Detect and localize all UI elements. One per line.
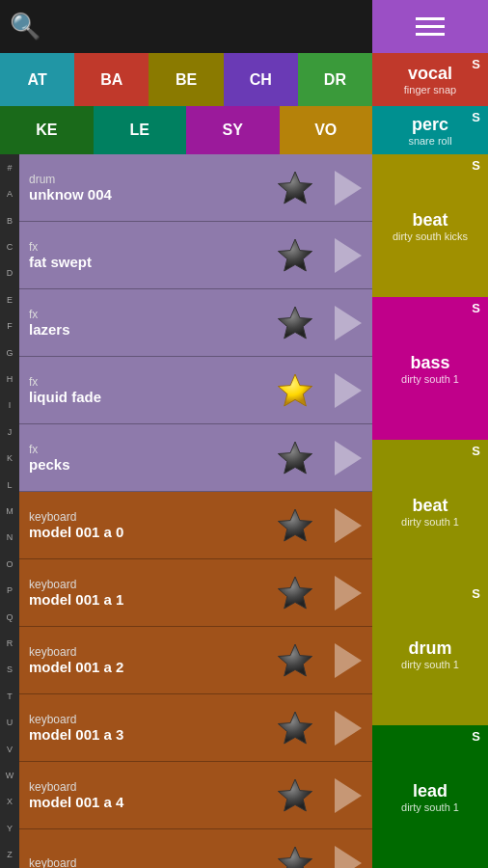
tab-ba[interactable]: BA xyxy=(74,53,149,106)
alpha-A[interactable]: A xyxy=(0,180,19,206)
alpha-N[interactable]: N xyxy=(0,525,19,551)
tab-vo[interactable]: VO xyxy=(280,106,373,154)
list-item[interactable]: fxlazers xyxy=(19,289,372,357)
star-button[interactable] xyxy=(266,236,324,275)
right-panel-item-2[interactable]: S beat dirty south kicks xyxy=(372,154,488,297)
alpha-G[interactable]: G xyxy=(0,339,19,366)
play-button[interactable] xyxy=(324,441,372,475)
alpha-C[interactable]: C xyxy=(0,233,19,259)
alpha-U[interactable]: U xyxy=(0,710,19,736)
star-button[interactable] xyxy=(266,506,324,545)
alpha-P[interactable]: P xyxy=(0,578,19,604)
star-button[interactable] xyxy=(266,574,324,612)
play-button[interactable] xyxy=(324,306,372,340)
list-item[interactable]: keyboardmodel 001 a 0 xyxy=(19,492,372,559)
star-button[interactable] xyxy=(266,169,324,207)
tab-ke[interactable]: KE xyxy=(0,106,94,154)
alpha-T[interactable]: T xyxy=(0,683,19,709)
star-button[interactable] xyxy=(266,709,324,747)
alpha-K[interactable]: K xyxy=(0,445,19,471)
alpha-R[interactable]: R xyxy=(0,630,19,656)
item-name: model 001 a 1 xyxy=(29,591,266,608)
item-type: fx xyxy=(29,240,266,254)
s-badge: S xyxy=(472,444,480,458)
alpha-H[interactable]: H xyxy=(0,366,19,392)
play-button[interactable] xyxy=(324,373,372,408)
alpha-F[interactable]: F xyxy=(0,312,19,339)
alpha-V[interactable]: V xyxy=(0,736,19,762)
svg-marker-7 xyxy=(278,644,312,676)
item-name: liquid fade xyxy=(29,389,266,405)
star-button[interactable] xyxy=(266,439,324,477)
play-button[interactable] xyxy=(324,171,372,205)
alpha-Q[interactable]: Q xyxy=(0,604,19,630)
alpha-M[interactable]: M xyxy=(0,498,19,524)
play-button[interactable] xyxy=(324,238,372,273)
tab-ch[interactable]: CH xyxy=(224,53,298,106)
hamburger-button[interactable] xyxy=(372,0,488,53)
header-row: 🔍 xyxy=(0,0,488,53)
right-panel-item-5[interactable]: S drum dirty south 1 xyxy=(372,583,488,725)
item-text: fxfat swept xyxy=(29,240,266,270)
item-name: model 001 a 2 xyxy=(29,659,266,675)
alpha-E[interactable]: E xyxy=(0,286,19,312)
play-triangle-icon xyxy=(335,778,362,813)
right-title: lead xyxy=(413,781,447,801)
list-item[interactable]: keyboard xyxy=(19,829,372,868)
tab-sy[interactable]: SY xyxy=(186,106,280,154)
play-button[interactable] xyxy=(324,643,372,678)
tab-at[interactable]: AT xyxy=(0,53,74,106)
alpha-J[interactable]: J xyxy=(0,419,19,445)
alpha-Z[interactable]: Z xyxy=(0,842,19,868)
tab-le[interactable]: LE xyxy=(94,106,187,154)
list-item[interactable]: keyboardmodel 001 a 2 xyxy=(19,627,372,694)
play-triangle-icon xyxy=(335,238,362,273)
search-icon[interactable]: 🔍 xyxy=(10,12,41,41)
alpha-I[interactable]: I xyxy=(0,393,19,419)
list-item[interactable]: keyboardmodel 001 a 3 xyxy=(19,694,372,762)
right-panel-item-3[interactable]: S bass dirty south 1 xyxy=(372,297,488,440)
list-item[interactable]: keyboardmodel 001 a 1 xyxy=(19,559,372,627)
alpha-S[interactable]: S xyxy=(0,657,19,683)
item-text: drumunknow 004 xyxy=(29,173,266,203)
list-item[interactable]: keyboardmodel 001 a 4 xyxy=(19,762,372,829)
alpha-Y[interactable]: Y xyxy=(0,815,19,841)
list-item[interactable]: drumunknow 004 xyxy=(19,154,372,222)
right-panel-item-4[interactable]: S beat dirty south 1 xyxy=(372,440,488,583)
s-badge: S xyxy=(472,301,480,315)
alpha-X[interactable]: X xyxy=(0,789,19,815)
alpha-L[interactable]: L xyxy=(0,472,19,498)
right-sub: dirty south 1 xyxy=(401,659,459,670)
item-type: drum xyxy=(29,173,266,186)
right-sub: dirty south kicks xyxy=(393,231,468,242)
tabs-row2: KELESYVO S perc snare roll xyxy=(0,106,488,154)
right-panel-item-6[interactable]: S lead dirty south 1 xyxy=(372,725,488,868)
alpha-W[interactable]: W xyxy=(0,762,19,788)
star-button[interactable] xyxy=(266,304,324,342)
svg-marker-5 xyxy=(278,509,312,541)
svg-marker-3 xyxy=(278,374,312,406)
play-button[interactable] xyxy=(324,508,372,543)
item-text: keyboardmodel 001 a 0 xyxy=(29,510,266,540)
play-button[interactable] xyxy=(324,778,372,813)
right-panel-item-0[interactable]: S vocal finger snap xyxy=(372,53,488,106)
list-item[interactable]: fxpecks xyxy=(19,424,372,492)
alpha-D[interactable]: D xyxy=(0,260,19,286)
star-button[interactable] xyxy=(266,776,324,815)
play-button[interactable] xyxy=(324,711,372,746)
tab-be[interactable]: BE xyxy=(149,53,223,106)
tab-dr[interactable]: DR xyxy=(298,53,372,106)
alpha-#[interactable]: # xyxy=(0,154,19,180)
play-button[interactable] xyxy=(324,846,372,869)
alpha-B[interactable]: B xyxy=(0,207,19,233)
list-item[interactable]: fxfat swept xyxy=(19,222,372,289)
right-panel-item-1[interactable]: S perc snare roll xyxy=(372,106,488,154)
play-button[interactable] xyxy=(324,576,372,610)
alpha-O[interactable]: O xyxy=(0,551,19,577)
list-container: drumunknow 004 fxfat swept fxlazers xyxy=(19,154,372,868)
star-button[interactable] xyxy=(266,371,324,410)
list-item[interactable]: fxliquid fade xyxy=(19,357,372,424)
right-item-subtitle: snare roll xyxy=(408,135,451,147)
star-button[interactable] xyxy=(266,844,324,869)
star-button[interactable] xyxy=(266,641,324,680)
